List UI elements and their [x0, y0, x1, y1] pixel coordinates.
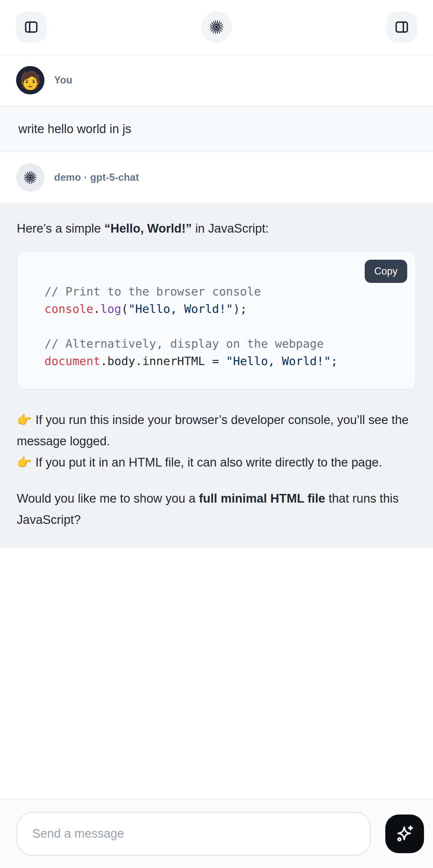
user-message-text: write hello world in js	[18, 122, 131, 136]
assistant-message-header: demo · gpt-5-chat	[0, 152, 433, 203]
intro-suffix: in JavaScript:	[192, 222, 269, 235]
top-bar	[0, 0, 433, 55]
message-input[interactable]	[17, 812, 371, 856]
intro-paragraph: Here’s a simple “Hello, World!” in JavaS…	[17, 218, 416, 239]
intro-prefix: Here’s a simple	[17, 222, 104, 235]
intro-bold: “Hello, World!”	[104, 222, 192, 235]
code-block: Copy // Print to the browser console con…	[17, 251, 416, 390]
starburst-icon	[23, 170, 37, 185]
user-avatar: 🧑	[16, 66, 44, 94]
assistant-message: Here’s a simple “Hello, World!” in JavaS…	[0, 203, 433, 547]
user-message: write hello world in js	[0, 106, 433, 152]
code-content: // Print to the browser console console.…	[44, 285, 338, 368]
assistant-avatar	[16, 163, 44, 192]
panel-left-icon	[24, 20, 39, 34]
sparkle-send-icon	[394, 823, 415, 844]
closing-prefix: Would you like me to show you a	[17, 492, 199, 505]
closing-paragraph: Would you like me to show you a full min…	[17, 488, 416, 530]
starburst-icon	[209, 19, 224, 35]
send-button[interactable]	[385, 814, 424, 853]
panel-right-icon	[394, 20, 409, 34]
sender-model-label: demo · gpt-5-chat	[54, 172, 139, 183]
composer	[0, 799, 433, 868]
user-message-header: 🧑 You	[0, 55, 433, 106]
copy-button[interactable]: Copy	[365, 260, 407, 283]
sender-you-label: You	[54, 74, 72, 86]
user-avatar-emoji: 🧑	[19, 71, 41, 89]
pointers-paragraph: 👉 If you run this inside your browser’s …	[17, 409, 416, 473]
right-panel-toggle-button[interactable]	[386, 11, 417, 42]
model-logo-button[interactable]	[201, 11, 232, 42]
content-spacer	[0, 547, 433, 799]
closing-bold: full minimal HTML file	[199, 492, 325, 505]
pointer-line: 👉 If you run this inside your browser’s …	[17, 409, 416, 452]
pointer-line: 👉 If you put it in an HTML file, it can …	[17, 452, 416, 473]
sidebar-toggle-button[interactable]	[16, 11, 47, 42]
